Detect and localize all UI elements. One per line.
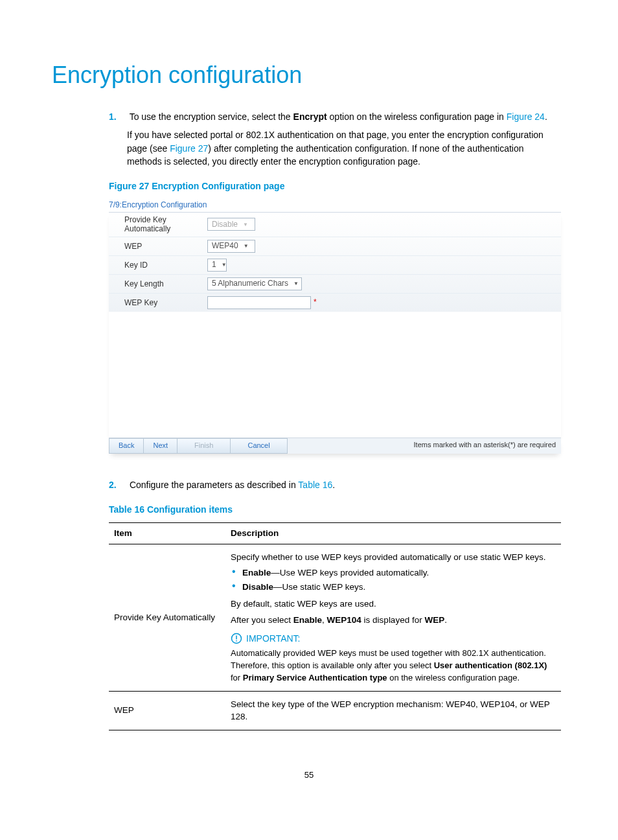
wep-key-label: WEP Key	[124, 298, 207, 307]
required-note: Items marked with an asterisk(*) are req…	[409, 438, 561, 454]
step-number: 1.	[109, 110, 127, 123]
description-cell: Specify whether to use WEP keys provided…	[225, 544, 561, 691]
page-number: 55	[52, 769, 566, 782]
page-title: Encryption configuration	[52, 58, 566, 92]
item-cell: Provide Key Automatically	[109, 544, 225, 691]
step-text: Configure the parameters as described in…	[130, 480, 335, 490]
step-1: 1. To use the encryption service, select…	[109, 110, 561, 168]
item-cell: WEP	[109, 691, 225, 730]
chevron-down-icon: ▼	[293, 280, 299, 288]
wizard-step-title: 7/9:Encryption Configuration	[109, 200, 561, 211]
back-button[interactable]: Back	[109, 438, 144, 454]
config-table: Item Description Provide Key Automatical…	[109, 522, 561, 730]
key-id-select[interactable]: 1▼	[207, 259, 227, 272]
cancel-button[interactable]: Cancel	[231, 438, 287, 454]
step-text: To use the encryption service, select th…	[130, 111, 547, 122]
step-number: 2.	[109, 478, 127, 491]
table-row: WEP Select the key type of the WEP encry…	[109, 691, 561, 730]
wep-label: WEP	[124, 242, 207, 251]
wep-key-input[interactable]	[207, 296, 311, 309]
required-asterisk: *	[314, 297, 317, 308]
important-callout: IMPORTANT:	[231, 632, 556, 645]
finish-button[interactable]: Finish	[177, 438, 231, 454]
step-text: If you have selected portal or 802.1X au…	[127, 130, 544, 167]
key-id-label: Key ID	[124, 261, 207, 270]
step-2: 2. Configure the parameters as described…	[109, 478, 561, 491]
figure-caption: Figure 27 Encryption Configuration page	[109, 180, 561, 192]
chevron-down-icon: ▼	[243, 221, 248, 229]
provide-key-select[interactable]: Disable▼	[207, 218, 255, 231]
table-row: Provide Key Automatically Specify whethe…	[109, 544, 561, 691]
col-description: Description	[225, 523, 561, 544]
col-item: Item	[109, 523, 225, 544]
key-length-select[interactable]: 5 Alphanumeric Chars▼	[207, 277, 302, 290]
next-button[interactable]: Next	[144, 438, 177, 454]
svg-rect-1	[236, 635, 237, 639]
chevron-down-icon: ▼	[244, 242, 249, 250]
description-cell: Select the key type of the WEP encryptio…	[225, 691, 561, 730]
figure-27: 7/9:Encryption Configuration Provide Key…	[109, 200, 561, 454]
chevron-down-icon: ▼	[222, 261, 227, 269]
warning-icon	[231, 633, 242, 644]
wep-select[interactable]: WEP40▼	[207, 240, 255, 253]
provide-key-label: Provide Key Automatically	[124, 215, 207, 234]
figure-27-link[interactable]: Figure 27	[170, 143, 208, 154]
table-caption: Table 16 Configuration items	[109, 503, 561, 516]
key-length-label: Key Length	[124, 279, 207, 288]
figure-24-link[interactable]: Figure 24	[507, 111, 545, 122]
table-16-link[interactable]: Table 16	[298, 480, 332, 490]
svg-rect-2	[236, 640, 237, 642]
